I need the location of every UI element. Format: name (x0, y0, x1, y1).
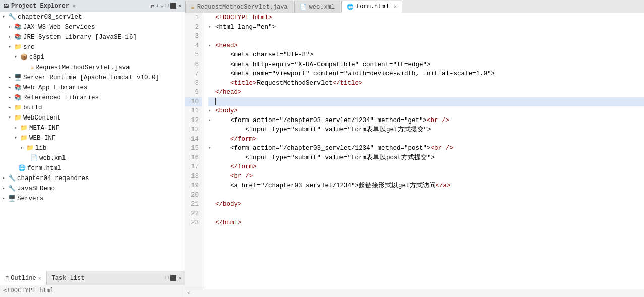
line-number: 18 (185, 172, 202, 182)
tree-label: META-INF (29, 124, 59, 133)
project-explorer-panel: 🗂 Project Explorer ✕ ⇄ ⬇ ▽ □ ⬛ ✕ ▾ 🔧 cha… (0, 0, 185, 297)
tab-close-button[interactable]: ✕ (394, 4, 397, 10)
outline-tab[interactable]: ≡ Outline ✕ (0, 271, 47, 285)
tree-item-chapter04[interactable]: ▸ 🔧 chapter04_reqandres (0, 173, 185, 184)
tree-item-request-method-servlet[interactable]: ☕ RequestMethodServlet.java (0, 63, 185, 73)
sidebar-header: 🗂 Project Explorer ✕ ⇄ ⬇ ▽ □ ⬛ ✕ (0, 0, 185, 12)
line-number: 19 (185, 181, 202, 191)
line-number: 21 (185, 200, 202, 209)
tree-item-server-runtime[interactable]: ▸ 🖥️ Server Runtime [Apache Tomcat v10.0… (0, 73, 185, 83)
code-line: ▾<head> (208, 41, 644, 51)
code-line: <title>RequestMethodServlet</title> (208, 79, 644, 88)
code-line: <input type="submit" value="form表单以post方… (208, 153, 644, 163)
tree-label: Server Runtime [Apache Tomcat v10.0] (23, 73, 159, 82)
fold-arrow[interactable]: ▾ (208, 116, 215, 126)
editor-panel: ☕ RequestMethodServlet.java 📄 web.xml 🌐 … (185, 0, 644, 297)
tree-item-form-html[interactable]: 🌐 form.html (0, 163, 185, 173)
code-line: <a href="/chapter03_servlet/1234">超链接形式以… (208, 181, 644, 191)
code-editor: 1234567891011121314151617181920212223 <!… (185, 13, 644, 289)
scroll-left-arrow: < (187, 290, 191, 296)
tab-request-method-servlet[interactable]: ☕ RequestMethodServlet.java (185, 1, 293, 13)
expand-arrow: ▸ (8, 83, 14, 92)
package-icon: 📦 (20, 53, 28, 62)
tree-item-web-app-libraries[interactable]: ▸ 📚 Web App Libraries (0, 83, 185, 93)
collapse-all-icon[interactable]: ⇄ (151, 3, 154, 9)
code-line (208, 191, 644, 200)
bottom-tabs: ≡ Outline ✕ Task List (0, 271, 89, 285)
tree-item-servers[interactable]: ▸ 🖥️ Servers (0, 194, 185, 204)
sync-icon[interactable]: ⬇ (156, 3, 159, 9)
line-number: 9 (185, 88, 202, 97)
minimize-icon[interactable]: □ (165, 3, 169, 9)
tree-item-chapter03-servlet[interactable]: ▾ 🔧 chapter03_servlet (0, 12, 185, 22)
expand-arrow: ▸ (20, 144, 26, 153)
tree-label: chapter04_reqandres (17, 174, 89, 183)
tab-label: form.html (356, 3, 389, 10)
tree-item-javase-demo[interactable]: ▸ 🔧 JavaSEDemo (0, 184, 185, 194)
fold-arrow[interactable]: ▾ (208, 144, 215, 153)
xml-icon: 📄 (300, 4, 307, 10)
tree-label: web.xml (39, 154, 66, 163)
code-line: </body> (208, 200, 644, 209)
code-column[interactable]: <!DOCTYPE html>▾<html lang="en">▾<head> … (204, 13, 644, 289)
line-number: 16 (185, 153, 202, 163)
tree-item-web-xml[interactable]: 📄 web.xml (0, 153, 185, 163)
library-icon: 📚 (14, 23, 22, 32)
close-icon[interactable]: ✕ (178, 3, 182, 9)
fold-arrow[interactable]: ▾ (208, 41, 215, 51)
tree-label: RequestMethodServlet.java (35, 63, 130, 72)
tree-item-build[interactable]: ▸ 📁 build (0, 103, 185, 113)
code-content: <input type="submit" value="form表单以get方式… (215, 125, 431, 135)
tab-web-xml[interactable]: 📄 web.xml (294, 1, 340, 13)
expand-arrow: ▸ (8, 73, 14, 82)
code-content: </body> (215, 200, 242, 209)
code-content: <meta http-equiv="X-UA-Compatible" conte… (215, 60, 431, 70)
code-content: <head> (215, 41, 238, 51)
code-content: <form action="/chapter03_servlet/1234" m… (215, 116, 449, 126)
tree-item-referenced-libraries[interactable]: ▸ 📚 Referenced Libraries (0, 93, 185, 103)
maximize-icon[interactable]: ⬛ (170, 3, 177, 9)
line-number: 3 (185, 32, 202, 41)
fold-arrow[interactable]: ▾ (208, 23, 215, 32)
code-content: </form> (215, 162, 257, 172)
tree-item-c3p1[interactable]: ▾ 📦 c3p1 (0, 52, 185, 63)
close-view-icon[interactable]: ✕ (178, 275, 182, 281)
tab-label: RequestMethodServlet.java (197, 4, 288, 11)
tree-label: Referenced Libraries (23, 93, 99, 102)
tree-item-jre[interactable]: ▸ 📚 JRE System Library [JavaSE-16] (0, 32, 185, 42)
tree-item-src[interactable]: ▾ 📁 src (0, 42, 185, 52)
html-file-icon: 🌐 (18, 164, 26, 173)
fold-arrow[interactable]: ▾ (208, 106, 215, 116)
tree-item-lib[interactable]: ▸ 📁 lib (0, 143, 185, 153)
line-number: 10 (185, 97, 202, 107)
task-list-tab[interactable]: Task List (47, 271, 90, 285)
folder-icon: 📁 (14, 113, 22, 123)
tree-item-meta-inf[interactable]: ▸ 📁 META-INF (0, 123, 185, 133)
filter-icon[interactable]: ▽ (160, 3, 164, 9)
tab-label: web.xml (309, 4, 335, 11)
line-number: 22 (185, 209, 202, 219)
expand-arrow: ▾ (14, 134, 20, 143)
code-line (208, 209, 644, 219)
code-line: <br /> (208, 172, 644, 182)
code-content: <meta charset="UTF-8"> (215, 50, 313, 60)
tab-form-html[interactable]: 🌐 form.html ✕ (341, 1, 402, 13)
expand-arrow: ▸ (8, 103, 14, 112)
maximize-view-icon[interactable]: ⬛ (170, 275, 177, 281)
tree-item-jax-ws[interactable]: ▸ 📚 JAX-WS Web Services (0, 22, 185, 32)
editor-tab-bar: ☕ RequestMethodServlet.java 📄 web.xml 🌐 … (185, 0, 644, 13)
minimize-view-icon[interactable]: □ (165, 275, 169, 281)
tree-label: Servers (17, 194, 44, 203)
code-line: <input type="submit" value="form表单以get方式… (208, 125, 644, 135)
code-content: <a href="/chapter03_servlet/1234">超链接形式以… (215, 181, 451, 191)
code-line (208, 32, 644, 41)
line-number: 13 (185, 125, 202, 135)
horizontal-scrollbar[interactable]: < (185, 289, 644, 297)
outline-item: <!DOCTYPE html (3, 287, 54, 294)
expand-arrow: ▸ (2, 194, 8, 203)
code-content: <form action="/chapter03_servlet/1234" m… (215, 144, 454, 153)
tree-item-webcontent[interactable]: ▾ 📁 WebContent (0, 113, 185, 123)
java-file-icon: ☕ (30, 63, 34, 72)
tree-item-web-inf[interactable]: ▾ 📁 WEB-INF (0, 133, 185, 143)
line-numbers-column: 1234567891011121314151617181920212223 (185, 13, 204, 289)
